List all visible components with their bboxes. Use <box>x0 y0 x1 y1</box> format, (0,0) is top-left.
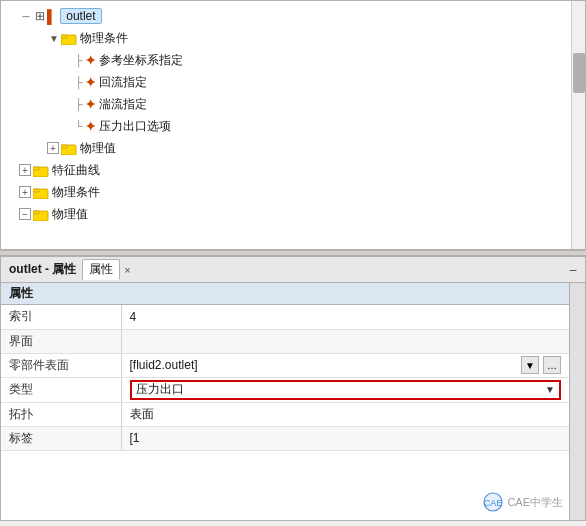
surface-value-text: [fluid2.outlet] <box>130 358 198 372</box>
expander-physics-conditions2[interactable]: + <box>19 186 31 198</box>
physics-conditions-label: 物理条件 <box>80 30 128 47</box>
physics-values2-label: 物理值 <box>52 206 88 223</box>
tree-item-feature-curves[interactable]: + 特征曲线 <box>1 159 585 181</box>
properties-tab-close[interactable]: × <box>124 264 130 276</box>
tree-scroll-thumb[interactable] <box>573 53 585 93</box>
row-value-tag: [1 <box>121 426 569 450</box>
svg-rect-1 <box>61 35 67 38</box>
physics-values-child-label: 物理值 <box>80 140 116 157</box>
expander-physics-values2[interactable]: − <box>19 208 31 220</box>
expander-feature-curves[interactable]: + <box>19 164 31 176</box>
properties-section-header: 属性 <box>1 283 585 305</box>
properties-tab[interactable]: 属性 <box>82 259 120 280</box>
star-icon-ref-coord: ✦ <box>85 53 96 68</box>
tree-item-ref-coord[interactable]: ├ ✦ 参考坐标系指定 <box>1 49 585 71</box>
row-value-index: 4 <box>121 305 569 329</box>
row-value-type[interactable]: 压力出口 ▼ <box>121 377 569 402</box>
table-row-interface: 界面 <box>1 329 569 353</box>
folder-icon-physics-conditions <box>61 32 77 45</box>
properties-panel: outlet - 属性 属性 × − 属性 索引 4 界面 零部件表面 <box>0 256 586 521</box>
properties-minimize-btn[interactable]: − <box>569 262 577 278</box>
tree-scrollbar[interactable] <box>571 1 585 249</box>
row-key-index: 索引 <box>1 305 121 329</box>
table-row-tag: 标签 [1 <box>1 426 569 450</box>
properties-header: outlet - 属性 属性 × − <box>1 257 585 283</box>
row-value-interface <box>121 329 569 353</box>
surface-filter-btn[interactable]: ▼ <box>521 356 539 374</box>
row-value-surface: [fluid2.outlet] ▼ … <box>121 353 569 377</box>
branch-pressure-outlet: └ <box>75 120 83 132</box>
tree-item-physics-values2[interactable]: − 物理值 <box>1 203 585 225</box>
tree-item-outlet[interactable]: ─ ⊞ ▌ outlet <box>1 5 585 27</box>
type-dropdown-arrow[interactable]: ▼ <box>545 384 555 395</box>
backflow-label: 回流指定 <box>99 74 147 91</box>
properties-action-column <box>569 283 585 520</box>
ref-coord-label: 参考坐标系指定 <box>99 52 183 69</box>
watermark-text: CAE中学生 <box>507 495 563 510</box>
table-row-index: 索引 4 <box>1 305 569 329</box>
folder-icon-feature-curves <box>33 164 49 177</box>
expander-physics-conditions[interactable]: ▼ <box>47 31 61 45</box>
row-key-interface: 界面 <box>1 329 121 353</box>
outlet-tag: outlet <box>60 8 101 24</box>
physics-conditions2-label: 物理条件 <box>52 184 100 201</box>
tree-item-physics-values-child[interactable]: + 物理值 <box>1 137 585 159</box>
pressure-outlet-label: 压力出口选项 <box>99 118 171 135</box>
table-row-surface: 零部件表面 [fluid2.outlet] ▼ … <box>1 353 569 377</box>
branch-ref-coord: ├ <box>75 54 83 66</box>
tree-item-turbulence[interactable]: ├ ✦ 湍流指定 <box>1 93 585 115</box>
svg-rect-5 <box>33 167 39 170</box>
svg-rect-9 <box>33 211 39 214</box>
expander-outlet[interactable]: ─ <box>19 9 33 23</box>
row-key-tag: 标签 <box>1 426 121 450</box>
outlet-bar-icon: ▌ <box>47 9 56 24</box>
surface-dots-btn[interactable]: … <box>543 356 561 374</box>
properties-section-label: 属性 <box>9 285 33 302</box>
folder-icon-physics-values-child <box>61 142 77 155</box>
tree-item-pressure-outlet[interactable]: └ ✦ 压力出口选项 <box>1 115 585 137</box>
feature-curves-label: 特征曲线 <box>52 162 100 179</box>
box-plus-outlet[interactable]: ⊞ <box>33 9 47 23</box>
svg-rect-3 <box>61 145 67 148</box>
row-key-topology: 拓扑 <box>1 402 121 426</box>
watermark-icon: CAE <box>483 492 503 512</box>
properties-panel-title: outlet - 属性 <box>9 261 76 278</box>
expander-physics-values-child[interactable]: + <box>47 142 59 154</box>
tree-item-physics-conditions[interactable]: ▼ 物理条件 <box>1 27 585 49</box>
svg-rect-7 <box>33 189 39 192</box>
type-value-text: 压力出口 <box>136 381 184 398</box>
surface-value-container: [fluid2.outlet] ▼ … <box>130 356 562 374</box>
star-icon-pressure-outlet: ✦ <box>85 119 96 134</box>
row-value-topology: 表面 <box>121 402 569 426</box>
row-key-type: 类型 <box>1 377 121 402</box>
watermark: CAE CAE中学生 <box>483 492 563 512</box>
tree-panel: ─ ⊞ ▌ outlet ▼ 物理条件 ├ ✦ 参考坐标系指定 ├ ✦ <box>0 0 586 250</box>
surface-action-icons: ▼ … <box>519 356 561 374</box>
turbulence-label: 湍流指定 <box>99 96 147 113</box>
table-row-topology: 拓扑 表面 <box>1 402 569 426</box>
folder-icon-physics-conditions2 <box>33 186 49 199</box>
star-icon-turbulence: ✦ <box>85 97 96 112</box>
type-dropdown[interactable]: 压力出口 ▼ <box>130 380 562 400</box>
tree-item-physics-conditions2[interactable]: + 物理条件 <box>1 181 585 203</box>
star-icon-backflow: ✦ <box>85 75 96 90</box>
svg-text:CAE: CAE <box>484 498 503 508</box>
table-row-type: 类型 压力出口 ▼ <box>1 377 569 402</box>
folder-icon-physics-values2 <box>33 208 49 221</box>
properties-table: 索引 4 界面 零部件表面 [fluid2.outlet] ▼ … <box>1 305 569 451</box>
row-key-surface: 零部件表面 <box>1 353 121 377</box>
tree-scroll-area: ─ ⊞ ▌ outlet ▼ 物理条件 ├ ✦ 参考坐标系指定 ├ ✦ <box>1 1 585 229</box>
branch-turbulence: ├ <box>75 98 83 110</box>
tree-item-backflow[interactable]: ├ ✦ 回流指定 <box>1 71 585 93</box>
branch-backflow: ├ <box>75 76 83 88</box>
